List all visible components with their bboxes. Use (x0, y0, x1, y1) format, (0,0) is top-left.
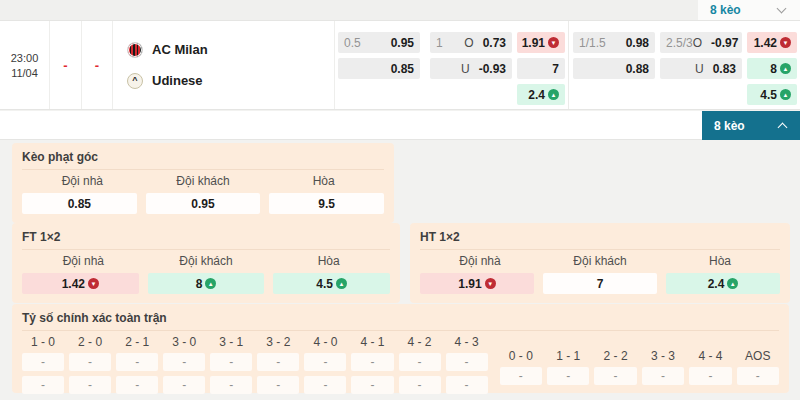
score-column: 1 - 1 - (547, 349, 589, 385)
score-odd[interactable]: - (257, 353, 299, 371)
score-odd[interactable]: - (210, 376, 252, 394)
trend-down-icon: ▼ (88, 278, 99, 289)
over-odd[interactable]: 1 O 0.73 (430, 32, 512, 53)
card-title: Kèo phạt góc (22, 150, 384, 170)
x12-home-odd[interactable]: 1.42 ▼ (747, 32, 797, 53)
x12-away-odd[interactable]: 8 ▲ (747, 58, 797, 79)
x12-away-odd[interactable]: 7 (517, 58, 565, 79)
corner-odds-card: Kèo phạt góc Đội nhà Đội khách Hòa 0.85 … (12, 143, 394, 223)
keo-expand-button[interactable]: 8 kèo (702, 111, 800, 140)
odds-group-divider (568, 21, 569, 109)
match-row: 23:00 11/04 - - AC Milan ^ Udinese (0, 21, 800, 110)
score-odd[interactable]: - (446, 376, 488, 394)
score-odd[interactable]: - (446, 353, 488, 371)
header-draw: Hòa (263, 174, 384, 188)
over-price: -0.97 (711, 36, 738, 50)
keo-expand-label: 8 kèo (714, 119, 745, 133)
score-odd[interactable]: - (500, 367, 542, 385)
over-odd[interactable]: 2.5/3 O -0.97 (660, 32, 742, 53)
trend-down-icon: ▼ (485, 278, 496, 289)
score-odd[interactable]: - (737, 367, 779, 385)
score-odd[interactable]: - (163, 353, 205, 371)
keo-count-tab[interactable]: 8 kèo (698, 0, 800, 20)
ht-away-odd[interactable]: 7 (543, 273, 657, 294)
score-column: 1 - 0 - - (22, 335, 64, 394)
trend-up-icon: ▲ (548, 89, 559, 100)
score-odd[interactable]: - (351, 353, 393, 371)
ft-1x2-card: FT 1×2 Đội nhà Đội khách Hòa 1.42 ▼ 8 ▲ … (12, 223, 400, 303)
ft-draw-odd[interactable]: 4.5 ▲ (273, 273, 390, 294)
handicap-column-2: 1/1.5 0.98 0.88 (573, 32, 655, 79)
x12-draw-odd[interactable]: 4.5 ▲ (747, 84, 797, 105)
handicap-odd[interactable]: 0.85 (338, 58, 420, 79)
ft-away-odd[interactable]: 8 ▲ (148, 273, 265, 294)
ht-draw-odd[interactable]: 2.4 ▲ (666, 273, 780, 294)
x12-home-odd[interactable]: 1.91 ▼ (517, 32, 565, 53)
x12-column-2: 1.42 ▼ 8 ▲ 4.5 ▲ (747, 32, 797, 105)
score-odd[interactable]: - (69, 376, 111, 394)
away-team-name: Udinese (152, 73, 203, 88)
under-price: -0.93 (479, 62, 506, 76)
trend-up-icon: ▲ (780, 63, 791, 74)
score-odd[interactable]: - (22, 353, 64, 371)
under-label: U (461, 62, 470, 76)
under-odd[interactable]: U -0.93 (430, 58, 512, 79)
score-odd[interactable]: - (351, 376, 393, 394)
away-team-row[interactable]: ^ Udinese (127, 73, 203, 89)
score-odd[interactable]: - (399, 353, 441, 371)
score-column: 2 - 0 - - (69, 335, 111, 394)
score-odd[interactable]: - (642, 367, 684, 385)
x12-column-1: 1.91 ▼ 7 2.4 ▲ (517, 32, 565, 105)
score-odd[interactable]: - (547, 367, 589, 385)
card-title: HT 1×2 (420, 230, 780, 250)
ht-home-odd[interactable]: 1.91 ▼ (420, 273, 534, 294)
score-column: 3 - 3 - (642, 349, 684, 385)
header-away: Đội khách (540, 254, 660, 268)
udinese-crest-icon: ^ (127, 73, 143, 89)
under-label: U (695, 62, 704, 76)
home-score-cell: - (50, 21, 82, 109)
score-column: 4 - 3 - - (446, 335, 488, 394)
score-odd[interactable]: - (116, 353, 158, 371)
ac-milan-crest-icon (127, 42, 143, 58)
handicap-odd[interactable]: 1/1.5 0.98 (573, 32, 655, 53)
score-column: 3 - 1 - - (210, 335, 252, 394)
home-team-name: AC Milan (152, 42, 208, 57)
ft-home-odd[interactable]: 1.42 ▼ (22, 273, 139, 294)
under-odd[interactable]: U 0.83 (660, 58, 742, 79)
handicap-line: 0.5 (344, 36, 391, 50)
corner-home-odd[interactable]: 0.85 (22, 193, 137, 214)
x12-draw-odd[interactable]: 2.4 ▲ (517, 84, 565, 105)
kickoff-date: 11/04 (11, 67, 38, 79)
score-odd[interactable]: - (210, 353, 252, 371)
over-under-column-1: 1 O 0.73 U -0.93 (430, 32, 512, 79)
away-score: - (95, 58, 99, 73)
header-draw: Hòa (660, 254, 780, 268)
card-title: FT 1×2 (22, 230, 390, 250)
home-team-row[interactable]: AC Milan (127, 42, 208, 58)
handicap-price: 0.98 (626, 36, 649, 50)
score-group-win: 1 - 0 - - 2 - 0 - - 2 - 1 - - 3 - 0 - (22, 335, 488, 394)
over-label: O (464, 36, 473, 50)
score-odd[interactable]: - (304, 376, 346, 394)
over-label: O (693, 36, 702, 50)
score-odd[interactable]: - (22, 376, 64, 394)
score-odd[interactable]: - (163, 376, 205, 394)
trend-up-icon: ▲ (336, 278, 347, 289)
handicap-column-1: 0.5 0.95 0.85 (338, 32, 420, 79)
score-column: 2 - 1 - - (116, 335, 158, 394)
handicap-odd[interactable]: 0.5 0.95 (338, 32, 420, 53)
score-odd[interactable]: - (594, 367, 636, 385)
corner-away-odd[interactable]: 0.95 (146, 193, 261, 214)
trend-down-icon: ▼ (548, 37, 559, 48)
handicap-odd[interactable]: 0.88 (573, 58, 655, 79)
score-odd[interactable]: - (69, 353, 111, 371)
header-home: Đội nhà (22, 174, 143, 188)
score-odd[interactable]: - (689, 367, 731, 385)
trend-up-icon: ▲ (727, 278, 738, 289)
corner-draw-odd[interactable]: 9.5 (269, 193, 384, 214)
score-odd[interactable]: - (304, 353, 346, 371)
score-odd[interactable]: - (116, 376, 158, 394)
score-odd[interactable]: - (399, 376, 441, 394)
score-odd[interactable]: - (257, 376, 299, 394)
